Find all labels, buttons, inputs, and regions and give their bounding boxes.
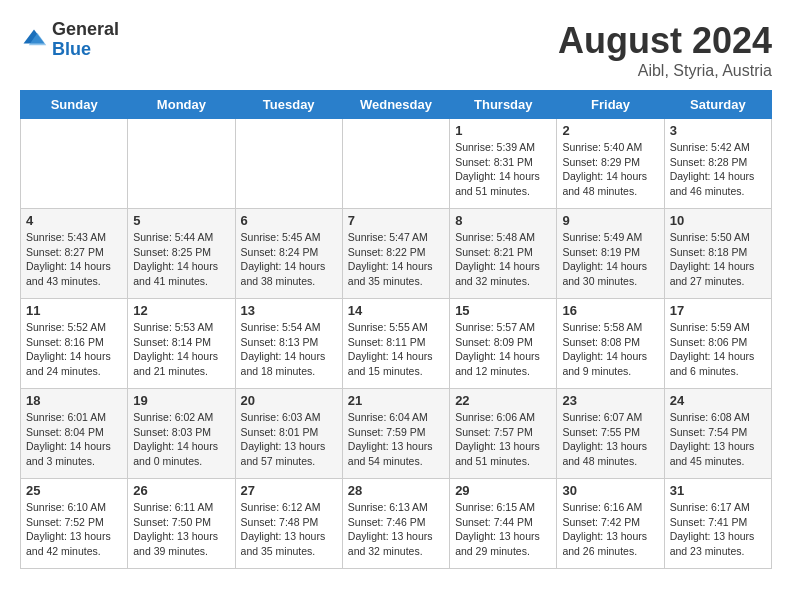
day-number: 20 <box>241 393 337 408</box>
day-content: Sunrise: 5:59 AM Sunset: 8:06 PM Dayligh… <box>670 320 766 379</box>
calendar-cell: 25Sunrise: 6:10 AM Sunset: 7:52 PM Dayli… <box>21 479 128 569</box>
day-content: Sunrise: 5:55 AM Sunset: 8:11 PM Dayligh… <box>348 320 444 379</box>
day-content: Sunrise: 5:53 AM Sunset: 8:14 PM Dayligh… <box>133 320 229 379</box>
weekday-header-friday: Friday <box>557 91 664 119</box>
calendar-cell: 24Sunrise: 6:08 AM Sunset: 7:54 PM Dayli… <box>664 389 771 479</box>
calendar-cell: 28Sunrise: 6:13 AM Sunset: 7:46 PM Dayli… <box>342 479 449 569</box>
day-number: 31 <box>670 483 766 498</box>
calendar-cell: 26Sunrise: 6:11 AM Sunset: 7:50 PM Dayli… <box>128 479 235 569</box>
calendar-cell: 29Sunrise: 6:15 AM Sunset: 7:44 PM Dayli… <box>450 479 557 569</box>
day-number: 21 <box>348 393 444 408</box>
day-content: Sunrise: 6:10 AM Sunset: 7:52 PM Dayligh… <box>26 500 122 559</box>
day-content: Sunrise: 6:16 AM Sunset: 7:42 PM Dayligh… <box>562 500 658 559</box>
calendar-cell: 18Sunrise: 6:01 AM Sunset: 8:04 PM Dayli… <box>21 389 128 479</box>
day-content: Sunrise: 5:57 AM Sunset: 8:09 PM Dayligh… <box>455 320 551 379</box>
calendar-cell: 20Sunrise: 6:03 AM Sunset: 8:01 PM Dayli… <box>235 389 342 479</box>
day-number: 14 <box>348 303 444 318</box>
logo-blue-text: Blue <box>52 39 91 59</box>
day-content: Sunrise: 5:45 AM Sunset: 8:24 PM Dayligh… <box>241 230 337 289</box>
location-subtitle: Aibl, Styria, Austria <box>558 62 772 80</box>
day-number: 11 <box>26 303 122 318</box>
weekday-header-wednesday: Wednesday <box>342 91 449 119</box>
calendar-cell: 9Sunrise: 5:49 AM Sunset: 8:19 PM Daylig… <box>557 209 664 299</box>
day-number: 3 <box>670 123 766 138</box>
calendar-cell: 14Sunrise: 5:55 AM Sunset: 8:11 PM Dayli… <box>342 299 449 389</box>
day-number: 4 <box>26 213 122 228</box>
calendar-cell: 19Sunrise: 6:02 AM Sunset: 8:03 PM Dayli… <box>128 389 235 479</box>
calendar-cell: 12Sunrise: 5:53 AM Sunset: 8:14 PM Dayli… <box>128 299 235 389</box>
calendar-cell <box>235 119 342 209</box>
day-content: Sunrise: 6:12 AM Sunset: 7:48 PM Dayligh… <box>241 500 337 559</box>
weekday-header-monday: Monday <box>128 91 235 119</box>
calendar-body: 1Sunrise: 5:39 AM Sunset: 8:31 PM Daylig… <box>21 119 772 569</box>
day-content: Sunrise: 6:07 AM Sunset: 7:55 PM Dayligh… <box>562 410 658 469</box>
day-number: 24 <box>670 393 766 408</box>
day-content: Sunrise: 6:15 AM Sunset: 7:44 PM Dayligh… <box>455 500 551 559</box>
calendar-cell: 17Sunrise: 5:59 AM Sunset: 8:06 PM Dayli… <box>664 299 771 389</box>
day-number: 15 <box>455 303 551 318</box>
day-content: Sunrise: 5:58 AM Sunset: 8:08 PM Dayligh… <box>562 320 658 379</box>
calendar-cell: 2Sunrise: 5:40 AM Sunset: 8:29 PM Daylig… <box>557 119 664 209</box>
day-content: Sunrise: 5:50 AM Sunset: 8:18 PM Dayligh… <box>670 230 766 289</box>
day-number: 10 <box>670 213 766 228</box>
day-content: Sunrise: 6:17 AM Sunset: 7:41 PM Dayligh… <box>670 500 766 559</box>
day-content: Sunrise: 5:49 AM Sunset: 8:19 PM Dayligh… <box>562 230 658 289</box>
day-number: 27 <box>241 483 337 498</box>
day-content: Sunrise: 5:52 AM Sunset: 8:16 PM Dayligh… <box>26 320 122 379</box>
day-content: Sunrise: 6:04 AM Sunset: 7:59 PM Dayligh… <box>348 410 444 469</box>
calendar-cell <box>128 119 235 209</box>
calendar-cell: 5Sunrise: 5:44 AM Sunset: 8:25 PM Daylig… <box>128 209 235 299</box>
title-block: August 2024 Aibl, Styria, Austria <box>558 20 772 80</box>
calendar-cell: 15Sunrise: 5:57 AM Sunset: 8:09 PM Dayli… <box>450 299 557 389</box>
calendar-header: SundayMondayTuesdayWednesdayThursdayFrid… <box>21 91 772 119</box>
day-number: 9 <box>562 213 658 228</box>
calendar-cell: 7Sunrise: 5:47 AM Sunset: 8:22 PM Daylig… <box>342 209 449 299</box>
calendar-cell: 21Sunrise: 6:04 AM Sunset: 7:59 PM Dayli… <box>342 389 449 479</box>
day-number: 30 <box>562 483 658 498</box>
day-content: Sunrise: 6:13 AM Sunset: 7:46 PM Dayligh… <box>348 500 444 559</box>
day-number: 13 <box>241 303 337 318</box>
weekday-header-saturday: Saturday <box>664 91 771 119</box>
calendar-cell: 27Sunrise: 6:12 AM Sunset: 7:48 PM Dayli… <box>235 479 342 569</box>
weekday-header-thursday: Thursday <box>450 91 557 119</box>
day-content: Sunrise: 5:42 AM Sunset: 8:28 PM Dayligh… <box>670 140 766 199</box>
calendar-cell: 4Sunrise: 5:43 AM Sunset: 8:27 PM Daylig… <box>21 209 128 299</box>
day-number: 12 <box>133 303 229 318</box>
weekday-header-row: SundayMondayTuesdayWednesdayThursdayFrid… <box>21 91 772 119</box>
page-header: General Blue August 2024 Aibl, Styria, A… <box>20 20 772 80</box>
day-number: 16 <box>562 303 658 318</box>
day-content: Sunrise: 5:44 AM Sunset: 8:25 PM Dayligh… <box>133 230 229 289</box>
day-content: Sunrise: 5:47 AM Sunset: 8:22 PM Dayligh… <box>348 230 444 289</box>
calendar-cell: 10Sunrise: 5:50 AM Sunset: 8:18 PM Dayli… <box>664 209 771 299</box>
weekday-header-sunday: Sunday <box>21 91 128 119</box>
calendar-week-5: 25Sunrise: 6:10 AM Sunset: 7:52 PM Dayli… <box>21 479 772 569</box>
day-content: Sunrise: 5:54 AM Sunset: 8:13 PM Dayligh… <box>241 320 337 379</box>
day-number: 7 <box>348 213 444 228</box>
day-number: 8 <box>455 213 551 228</box>
calendar-cell: 11Sunrise: 5:52 AM Sunset: 8:16 PM Dayli… <box>21 299 128 389</box>
calendar-cell: 22Sunrise: 6:06 AM Sunset: 7:57 PM Dayli… <box>450 389 557 479</box>
logo-general-text: General <box>52 19 119 39</box>
day-content: Sunrise: 6:08 AM Sunset: 7:54 PM Dayligh… <box>670 410 766 469</box>
month-year-title: August 2024 <box>558 20 772 62</box>
weekday-header-tuesday: Tuesday <box>235 91 342 119</box>
day-number: 26 <box>133 483 229 498</box>
day-content: Sunrise: 6:02 AM Sunset: 8:03 PM Dayligh… <box>133 410 229 469</box>
calendar-cell <box>342 119 449 209</box>
day-number: 29 <box>455 483 551 498</box>
day-content: Sunrise: 5:40 AM Sunset: 8:29 PM Dayligh… <box>562 140 658 199</box>
day-number: 28 <box>348 483 444 498</box>
day-number: 23 <box>562 393 658 408</box>
calendar-cell: 16Sunrise: 5:58 AM Sunset: 8:08 PM Dayli… <box>557 299 664 389</box>
day-number: 18 <box>26 393 122 408</box>
day-content: Sunrise: 5:43 AM Sunset: 8:27 PM Dayligh… <box>26 230 122 289</box>
day-number: 2 <box>562 123 658 138</box>
calendar-cell: 6Sunrise: 5:45 AM Sunset: 8:24 PM Daylig… <box>235 209 342 299</box>
calendar-cell: 8Sunrise: 5:48 AM Sunset: 8:21 PM Daylig… <box>450 209 557 299</box>
logo: General Blue <box>20 20 119 60</box>
calendar-cell: 13Sunrise: 5:54 AM Sunset: 8:13 PM Dayli… <box>235 299 342 389</box>
day-number: 6 <box>241 213 337 228</box>
calendar-week-2: 4Sunrise: 5:43 AM Sunset: 8:27 PM Daylig… <box>21 209 772 299</box>
calendar-week-1: 1Sunrise: 5:39 AM Sunset: 8:31 PM Daylig… <box>21 119 772 209</box>
day-number: 1 <box>455 123 551 138</box>
